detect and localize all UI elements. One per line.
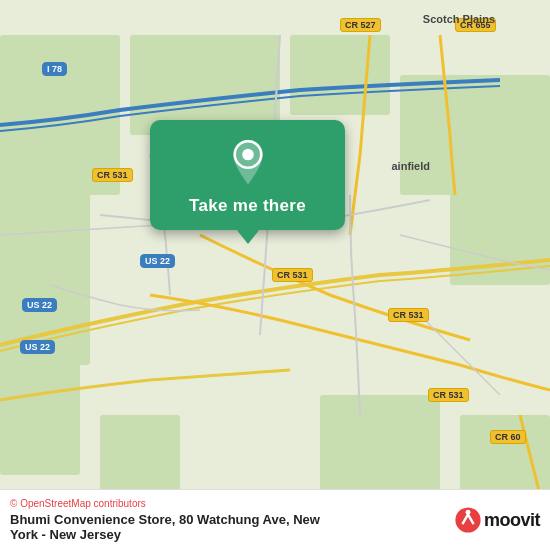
road-label-cr531-1: CR 531 <box>92 168 133 182</box>
osm-credit: © OpenStreetMap contributors <box>10 498 320 509</box>
osm-link[interactable]: OpenStreetMap contributors <box>20 498 146 509</box>
road-label-cr60: CR 60 <box>490 430 526 444</box>
moovit-logo: moovit <box>454 506 540 534</box>
svg-rect-4 <box>400 75 550 195</box>
svg-point-13 <box>466 510 471 515</box>
store-address: Bhumi Convenience Store, 80 Watchung Ave… <box>10 512 320 542</box>
scotch-plains-label: Scotch Plains <box>423 12 495 26</box>
bottom-bar: © OpenStreetMap contributors Bhumi Conve… <box>0 489 550 550</box>
road-label-cr531-3: CR 531 <box>388 308 429 322</box>
take-me-there-popup[interactable]: Take me there <box>150 120 345 230</box>
svg-point-11 <box>242 149 254 161</box>
road-label-cr531-4: CR 531 <box>428 388 469 402</box>
popup-label: Take me there <box>189 196 306 216</box>
road-label-cr527: CR 527 <box>340 18 381 32</box>
svg-rect-3 <box>290 35 390 115</box>
map-container: I 78 US 22 US 22 US 22 CR 527 CR 531 CR … <box>0 0 550 550</box>
road-label-us22-1: US 22 <box>140 254 175 268</box>
svg-rect-6 <box>0 355 80 475</box>
svg-rect-9 <box>100 415 180 495</box>
moovit-text: moovit <box>484 510 540 531</box>
road-label-us22-3: US 22 <box>20 340 55 354</box>
bottom-info: © OpenStreetMap contributors Bhumi Conve… <box>10 498 320 542</box>
road-label-cr531-2: CR 531 <box>272 268 313 282</box>
osm-copyright: © <box>10 498 17 509</box>
location-pin-icon <box>224 138 272 186</box>
road-label-i78: I 78 <box>42 62 67 76</box>
moovit-icon <box>454 506 482 534</box>
road-label-us22-2: US 22 <box>22 298 57 312</box>
plainfield-label: ainfield <box>391 160 430 172</box>
svg-rect-7 <box>320 395 440 495</box>
